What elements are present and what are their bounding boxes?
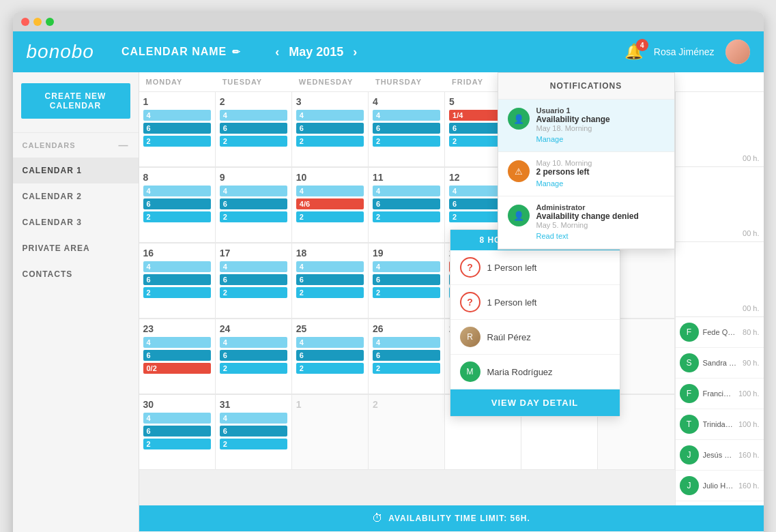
day-9[interactable]: 9 4 6 2 bbox=[216, 168, 292, 243]
event-bar[interactable]: 4 bbox=[220, 261, 287, 272]
notification-item-1[interactable]: 👤 Usuario 1 Availability change May 18. … bbox=[498, 100, 674, 152]
event-bar[interactable]: 4 bbox=[373, 261, 440, 272]
notif-name: Administrator bbox=[536, 203, 665, 211]
event-bar[interactable]: 6 bbox=[143, 350, 211, 361]
day-30[interactable]: 30 4 6 2 bbox=[139, 395, 216, 470]
next-month-button[interactable]: › bbox=[353, 45, 357, 59]
event-bar[interactable]: 6 bbox=[220, 123, 287, 134]
titlebar bbox=[13, 12, 764, 31]
event-bar[interactable]: 4 bbox=[143, 186, 211, 196]
event-bar[interactable]: 2 bbox=[143, 136, 211, 147]
sidebar-item-calendar2[interactable]: CALENDAR 2 bbox=[13, 183, 139, 209]
day-4[interactable]: 4 4 6 2 bbox=[369, 92, 445, 167]
event-bar[interactable]: 2 bbox=[296, 136, 364, 147]
notif-read-link[interactable]: Read text bbox=[536, 232, 569, 240]
event-bar[interactable]: 6 bbox=[296, 274, 364, 285]
day-1[interactable]: 1 4 6 2 bbox=[139, 92, 216, 167]
event-bar[interactable]: 2 bbox=[220, 287, 287, 298]
event-bar[interactable]: 2 bbox=[143, 287, 211, 298]
event-bar[interactable]: 4 bbox=[373, 110, 440, 121]
person-jesus[interactable]: J Jesús Rodríguez 160 h. bbox=[676, 440, 764, 471]
event-bar[interactable]: 2 bbox=[220, 211, 287, 222]
event-bar[interactable]: 4 bbox=[220, 337, 287, 348]
event-bar[interactable]: 4 bbox=[220, 110, 287, 121]
event-bar-red[interactable]: 4/6 bbox=[296, 198, 364, 209]
event-bar[interactable]: 2 bbox=[296, 211, 364, 222]
person-pedro[interactable]: P Pedro Martínez 160 h. bbox=[676, 501, 764, 505]
event-bar[interactable]: 2 bbox=[220, 439, 287, 449]
event-bar[interactable]: 2 bbox=[296, 287, 364, 298]
person-fede[interactable]: F Fede Quiñones 80 h. bbox=[676, 317, 764, 348]
event-bar[interactable]: 2 bbox=[373, 211, 440, 222]
person-julio-h[interactable]: J Julio Heredia 160 h. bbox=[676, 471, 764, 501]
sidebar-item-contacts[interactable]: CONTACTS bbox=[13, 261, 139, 287]
day-3[interactable]: 3 4 6 2 bbox=[292, 92, 369, 167]
event-bar[interactable]: 2 bbox=[373, 363, 440, 374]
event-bar[interactable]: 4 bbox=[220, 413, 287, 424]
event-bar[interactable]: 6 bbox=[296, 123, 364, 134]
event-bar[interactable]: 6 bbox=[373, 350, 440, 361]
notification-item-3[interactable]: 👤 Administrator Availability change deni… bbox=[498, 196, 674, 249]
person-hours: 160 h. bbox=[738, 451, 760, 459]
event-bar[interactable]: 6 bbox=[373, 123, 440, 134]
person-francisco[interactable]: F Francisco Her ... 100 h. bbox=[676, 379, 764, 409]
event-bar[interactable]: 2 bbox=[373, 287, 440, 298]
event-bar[interactable]: 4 bbox=[373, 337, 440, 348]
event-bar[interactable]: 4 bbox=[143, 337, 211, 348]
day-2[interactable]: 2 4 6 2 bbox=[216, 92, 292, 167]
day-18[interactable]: 18 4 6 2 bbox=[292, 243, 369, 319]
day-24[interactable]: 24 4 6 2 bbox=[216, 319, 292, 394]
day-23[interactable]: 23 4 6 0/2 bbox=[139, 319, 216, 394]
day-11[interactable]: 11 4 6 2 bbox=[369, 168, 445, 243]
day-19[interactable]: 19 4 6 2 bbox=[369, 243, 445, 319]
day-25[interactable]: 25 4 6 2 bbox=[292, 319, 369, 394]
prev-month-button[interactable]: ‹ bbox=[275, 45, 279, 59]
event-bar[interactable]: 6 bbox=[373, 274, 440, 285]
edit-icon[interactable]: ✏ bbox=[232, 46, 241, 57]
day-8[interactable]: 8 4 6 2 bbox=[139, 168, 216, 243]
event-bar[interactable]: 4 bbox=[296, 186, 364, 196]
notif-manage-link-1[interactable]: Manage bbox=[536, 135, 564, 143]
event-bar[interactable]: 6 bbox=[143, 274, 211, 285]
event-bar[interactable]: 6 bbox=[220, 426, 287, 437]
event-bar[interactable]: 6 bbox=[220, 198, 287, 209]
event-bar[interactable]: 4 bbox=[143, 261, 211, 272]
event-bar[interactable]: 6 bbox=[373, 198, 440, 209]
event-bar[interactable]: 2 bbox=[296, 363, 364, 374]
event-bar[interactable]: 4 bbox=[296, 261, 364, 272]
notification-bell[interactable]: 🔔 4 bbox=[624, 43, 643, 61]
create-calendar-button[interactable]: CREATE NEW CALENDAR bbox=[21, 83, 130, 119]
notification-item-2[interactable]: ⚠ May 10. Morning 2 persons left Manage bbox=[498, 152, 674, 196]
person-sandra[interactable]: S Sandra Gamarra 90 h. bbox=[676, 348, 764, 379]
event-bar[interactable]: 6 bbox=[143, 198, 211, 209]
day-10[interactable]: 10 4 4/6 2 bbox=[292, 168, 369, 243]
event-bar[interactable]: 2 bbox=[220, 136, 287, 147]
event-bar[interactable]: 4 bbox=[220, 186, 287, 196]
event-bar[interactable]: 6 bbox=[296, 350, 364, 361]
day-16[interactable]: 16 4 6 2 bbox=[139, 243, 216, 319]
event-bar[interactable]: 2 bbox=[143, 439, 211, 449]
event-bar[interactable]: 2 bbox=[373, 136, 440, 147]
sidebar-item-calendar3[interactable]: CALENDAR 3 bbox=[13, 209, 139, 235]
event-bar[interactable]: 4 bbox=[373, 186, 440, 196]
event-bar[interactable]: 6 bbox=[143, 426, 211, 437]
event-bar[interactable]: 4 bbox=[296, 110, 364, 121]
day-26[interactable]: 26 4 6 2 bbox=[369, 319, 445, 394]
sidebar-item-private-area[interactable]: PRIVATE AREA bbox=[13, 235, 139, 261]
day-17[interactable]: 17 4 6 2 bbox=[216, 243, 292, 319]
sidebar-item-calendar1[interactable]: CALENDAR 1 bbox=[13, 158, 139, 183]
person-trinidad[interactable]: T Trinidad Fernà ... 100 h. bbox=[676, 409, 764, 440]
event-bar[interactable]: 6 bbox=[220, 274, 287, 285]
event-bar[interactable]: 4 bbox=[296, 337, 364, 348]
event-bar[interactable]: 6 bbox=[143, 123, 211, 134]
day-31[interactable]: 31 4 6 2 bbox=[216, 395, 292, 470]
event-bar-red[interactable]: 0/2 bbox=[143, 363, 211, 374]
view-day-detail-button[interactable]: VIEW DAY DETAIL bbox=[450, 389, 620, 416]
event-bar[interactable]: 4 bbox=[143, 110, 211, 121]
notif-manage-link-2[interactable]: Manage bbox=[536, 179, 564, 188]
event-bar[interactable]: 2 bbox=[220, 363, 287, 374]
availability-limit-text: AVAILABILITY TIME LIMIT: 56H. bbox=[388, 514, 530, 523]
event-bar[interactable]: 2 bbox=[143, 211, 211, 222]
event-bar[interactable]: 4 bbox=[143, 413, 211, 424]
event-bar[interactable]: 6 bbox=[220, 350, 287, 361]
